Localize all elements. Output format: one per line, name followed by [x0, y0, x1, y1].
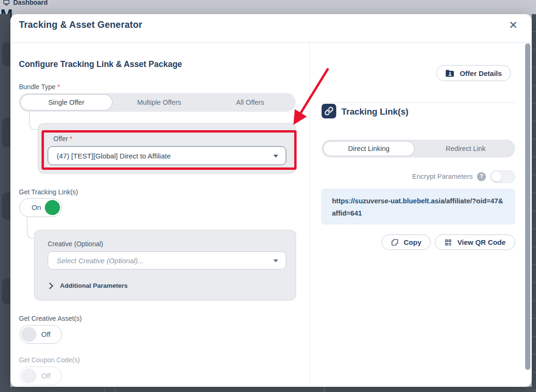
tab-multiple-offers[interactable]: Multiple Offers: [114, 93, 205, 112]
offer-select-value: (47) [TEST][Global] Direct to Affiliate: [57, 152, 170, 160]
copy-button[interactable]: Copy: [382, 234, 431, 250]
offer-folder-icon: [445, 69, 454, 77]
tracking-asset-generator-modal: Tracking & Asset Generator ✕ Configure T…: [10, 14, 532, 387]
get-creative-assets-label: Get Creative Asset(s): [19, 315, 82, 322]
offer-details-button[interactable]: Offer Details: [436, 65, 511, 81]
bundle-type-label: Bundle Type *: [19, 83, 60, 91]
connector-line: [27, 217, 34, 239]
get-creative-assets-toggle[interactable]: Off: [19, 325, 62, 344]
get-tracking-links-label: Get Tracking Link(s): [19, 188, 78, 196]
header-divider: [10, 42, 532, 43]
backdrop-shape: [2, 192, 10, 220]
tracking-url: https://suzuverse-uat.bluebelt.asia/affi…: [332, 195, 504, 219]
modal-scrollbar[interactable]: [525, 43, 530, 370]
additional-parameters-expander[interactable]: Additional Parameters: [49, 282, 128, 289]
encrypt-parameters-toggle[interactable]: [490, 170, 515, 183]
toggle-knob: [45, 200, 60, 215]
backdrop-table-line: [115, 387, 116, 392]
config-panel-heading: Configure Tracking Link & Asset Package: [19, 59, 182, 69]
tab-direct-linking[interactable]: Direct Linking: [323, 141, 415, 156]
creative-select[interactable]: Select Creative (Optional)...: [48, 251, 286, 269]
creative-label: Creative (Optional): [48, 240, 103, 248]
backdrop-shape: [2, 278, 10, 304]
required-asterisk: *: [57, 83, 60, 91]
backdrop-table-line: [104, 387, 105, 392]
get-coupon-codes-label: Get Coupon Code(s): [19, 356, 80, 364]
view-qr-code-label: View QR Code: [457, 238, 505, 246]
chevron-right-icon: [49, 283, 53, 289]
tracking-url-box: https://suzuverse-uat.bluebelt.asia/affi…: [321, 189, 515, 225]
offer-select[interactable]: (47) [TEST][Global] Direct to Affiliate: [48, 146, 286, 165]
breadcrumb-label: Dashboard: [13, 0, 48, 6]
backdrop-table-line: [324, 387, 325, 392]
backdrop-shape: [2, 118, 10, 147]
encrypt-parameters-row: Encrypt Parameters ?: [321, 169, 515, 183]
toggle-state-label: Off: [41, 330, 51, 338]
page-backdrop-left: [0, 14, 10, 392]
dashboard-icon: [3, 0, 10, 6]
modal-title: Tracking & Asset Generator: [19, 19, 142, 30]
connector-line: [29, 112, 38, 130]
toggle-state-label: Off: [41, 372, 51, 380]
view-qr-code-button[interactable]: View QR Code: [435, 234, 515, 250]
get-tracking-links-toggle[interactable]: On: [19, 198, 62, 217]
offer-label: Offer *: [53, 135, 72, 142]
creative-select-placeholder: Select Creative (Optional)...: [57, 257, 144, 265]
page-backdrop-bottom: [10, 387, 532, 392]
backdrop-shape: [2, 42, 10, 66]
offer-card: Offer * (47) [TEST][Global] Direct to Af…: [38, 123, 296, 174]
tracking-links-heading: Tracking Link(s): [341, 107, 408, 117]
required-asterisk: *: [70, 135, 72, 142]
copy-icon: [391, 239, 399, 246]
link-icon: [322, 104, 336, 118]
breadcrumb: Dashboard: [3, 0, 48, 6]
copy-label: Copy: [404, 238, 422, 246]
creative-card: Creative (Optional) Select Creative (Opt…: [34, 230, 296, 300]
tab-redirect-link[interactable]: Redirect Link: [416, 140, 515, 158]
toggle-state-label: On: [32, 203, 41, 211]
bundle-type-tabs: Single Offer Multiple Offers All Offers: [19, 93, 296, 112]
link-type-tabs: Direct Linking Redirect Link: [322, 140, 515, 158]
tab-all-offers[interactable]: All Offers: [204, 93, 296, 112]
additional-parameters-label: Additional Parameters: [60, 282, 128, 289]
column-divider: [309, 43, 310, 387]
close-icon[interactable]: ✕: [504, 16, 522, 34]
toggle-knob: [21, 327, 36, 342]
toggle-knob: [21, 368, 36, 384]
encrypt-parameters-label: Encrypt Parameters: [412, 173, 473, 180]
page-backdrop-top: Dashboard: [0, 0, 536, 14]
chevron-down-icon: [273, 155, 278, 158]
qr-code-icon: [444, 239, 452, 246]
page-backdrop-right: [532, 14, 536, 392]
help-icon[interactable]: ?: [477, 172, 486, 181]
toggle-knob: [492, 172, 502, 182]
offer-details-label: Offer Details: [459, 69, 502, 77]
chevron-down-icon: [273, 259, 278, 262]
right-panel-divider: [321, 102, 515, 103]
tab-single-offer[interactable]: Single Offer: [20, 94, 112, 110]
get-coupon-codes-toggle: Off: [19, 367, 62, 385]
